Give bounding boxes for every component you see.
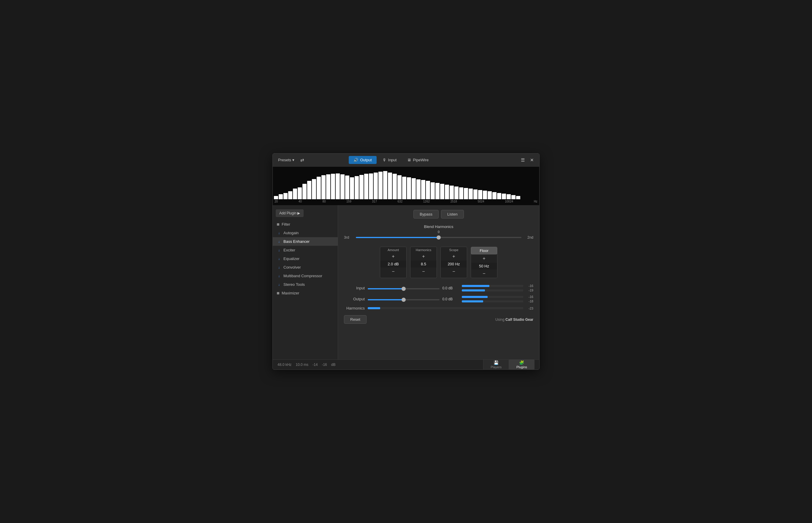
harmonics-increment[interactable]: + (411, 252, 436, 260)
sidebar-item-multiband-compressor[interactable]: ↓ Multiband Compressor (273, 272, 338, 280)
tab-output[interactable]: 🔊 Output (349, 156, 376, 164)
sidebar-item-filter[interactable]: Filter (273, 220, 338, 229)
spectrum-bar (283, 193, 288, 199)
status-tab-plugins[interactable]: 🧩 Plugins (509, 359, 535, 370)
listen-label: Listen (447, 212, 457, 216)
sidebar-item-convolver[interactable]: ↓ Convolver (273, 263, 338, 272)
spectrum-bar (488, 191, 492, 199)
status-val1: -14 (312, 363, 317, 367)
add-plugin-button[interactable]: Add Plugin ▶ (276, 209, 304, 217)
reset-label: Reset (350, 317, 360, 322)
spectrum-bar (450, 186, 454, 199)
header-right: ☰ ✕ (519, 156, 536, 164)
blend-harmonics-section: Blend Harmonics 0 3rd 2nd (344, 224, 533, 239)
input-db-value: 0.0 dB (443, 286, 459, 290)
harmonics-param-label: Harmonics (411, 247, 436, 252)
scope-decrement[interactable]: − (441, 267, 467, 276)
output-icon: 🔊 (353, 158, 358, 162)
status-val2: -16 (322, 363, 327, 367)
scope-increment[interactable]: + (441, 252, 467, 260)
harmonics-bar-fill (368, 307, 380, 309)
sliders-section: Input 0.0 dB -16 (344, 284, 533, 310)
spectrum-bar (407, 177, 411, 199)
spectrum-bar (303, 184, 307, 199)
spectrum-bar (445, 185, 449, 199)
floor-increment[interactable]: + (471, 254, 497, 263)
spectrum-bar (412, 178, 416, 199)
sidebar-item-equalizer-label: Equalizer (283, 256, 299, 261)
spectrum-bar (516, 196, 520, 199)
header: Presets ▾ ⇄ 🔊 Output 🎙 Input 🖥 PipeWire (273, 154, 539, 167)
sidebar-item-bass-enhancer[interactable]: ↓ Bass Enhancer (273, 237, 338, 246)
param-harmonics: Harmonics + 8.5 − (410, 247, 437, 278)
menu-button[interactable]: ☰ (519, 156, 526, 164)
spectrum-bar (293, 188, 297, 199)
floor-value: 50 Hz (471, 263, 497, 270)
output-level-row-2: -18 (462, 300, 534, 303)
param-scope: Scope + 200 Hz − (440, 247, 467, 278)
sidebar-item-maximizer-label: Maximizer (282, 291, 299, 295)
output-level-bg-1 (462, 296, 523, 298)
spectrum-container: 20 40 80 159 317 632 1262 2518 5024 1002… (273, 167, 539, 205)
status-db-label: dB (331, 363, 336, 367)
input-level-db-2: -19 (524, 288, 533, 292)
close-button[interactable]: ✕ (528, 156, 536, 164)
maximizer-icon (277, 292, 279, 294)
input-level-fill-2 (462, 289, 485, 291)
output-level-bg-2 (462, 300, 523, 302)
output-label: Output (344, 297, 365, 301)
input-level-bg-2 (462, 289, 523, 291)
sidebar-item-exciter-label: Exciter (283, 248, 295, 252)
amount-decrement[interactable]: − (380, 267, 406, 276)
sidebar-item-autogain[interactable]: ↓ Autogain (273, 229, 338, 237)
add-plugin-label: Add Plugin ▶ (279, 211, 300, 215)
output-level-fill-2 (462, 300, 483, 302)
presets-button[interactable]: Presets ▾ (276, 157, 296, 163)
listen-button[interactable]: Listen (441, 210, 464, 218)
sidebar-item-stereo-tools[interactable]: ↓ Stereo Tools (273, 280, 338, 289)
bypass-label: Bypass (420, 212, 432, 216)
presets-chevron-icon: ▾ (292, 158, 294, 162)
input-level-fill-1 (462, 285, 489, 287)
multiband-icon: ↓ (277, 274, 281, 278)
bypass-button[interactable]: Bypass (413, 210, 439, 218)
harmonics-bar-label: Harmonics (344, 306, 365, 310)
spectrum-bar (431, 182, 435, 199)
output-slider[interactable] (368, 299, 439, 300)
output-level-fill-1 (462, 296, 488, 298)
spectrum-bar (435, 183, 439, 199)
freq-80: 80 (322, 200, 326, 203)
spectrum-bar (511, 195, 516, 199)
convolver-icon: ↓ (277, 265, 281, 270)
spectrum-bar (507, 194, 511, 199)
amount-increment[interactable]: + (380, 252, 406, 260)
app-window: Presets ▾ ⇄ 🔊 Output 🎙 Input 🖥 PipeWire (273, 153, 539, 370)
input-slider-wrap (368, 286, 439, 290)
status-tab-players[interactable]: 💾 Players (483, 359, 509, 370)
spectrum-bar (326, 174, 330, 199)
sidebar-item-exciter[interactable]: ↓ Exciter (273, 246, 338, 254)
tab-pipewire[interactable]: 🖥 PipeWire (402, 156, 433, 164)
input-icon: 🎙 (383, 158, 386, 162)
input-slider[interactable] (368, 288, 439, 289)
presets-label: Presets (278, 158, 291, 162)
spectrum-bar (336, 174, 340, 199)
using-text: Using Calf Studio Gear (495, 318, 533, 322)
sidebar-item-maximizer[interactable]: Maximizer (273, 289, 338, 297)
blend-harmonics-slider[interactable] (356, 237, 521, 238)
reset-button[interactable]: Reset (344, 315, 366, 324)
output-level-bars: -16 -18 (462, 295, 534, 303)
shuffle-button[interactable]: ⇄ (298, 156, 306, 164)
floor-decrement[interactable]: − (471, 270, 497, 278)
tab-input[interactable]: 🎙 Input (378, 156, 401, 164)
freq-10024: 10024 (505, 200, 513, 203)
autogain-icon: ↓ (277, 231, 281, 235)
blend-harmonics-label: Blend Harmonics (344, 224, 533, 229)
sidebar-item-equalizer[interactable]: ↓ Equalizer (273, 254, 338, 263)
harmonics-decrement[interactable]: − (411, 267, 436, 276)
output-level-db-1: -16 (524, 295, 533, 299)
output-level-db-2: -18 (524, 300, 533, 303)
floor-toggle-button[interactable]: Floor (471, 247, 497, 254)
output-slider-wrap (368, 297, 439, 301)
spectrum-bar (440, 184, 444, 199)
